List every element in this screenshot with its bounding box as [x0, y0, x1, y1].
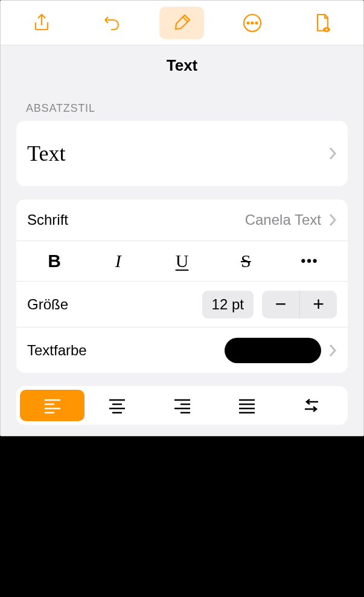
bold-button[interactable]: B	[27, 251, 81, 271]
font-card: Schrift Canela Text B I U S ••• Größe 12…	[16, 199, 348, 373]
size-increase-button[interactable]: +	[299, 291, 337, 318]
font-label: Schrift	[27, 211, 68, 228]
alignment-card	[16, 386, 348, 425]
text-color-swatch[interactable]	[225, 338, 321, 363]
size-label: Größe	[27, 296, 68, 313]
chevron-right-icon	[328, 213, 337, 227]
share-button[interactable]	[19, 7, 64, 39]
chevron-right-icon	[328, 147, 337, 160]
toolbar	[1, 1, 363, 45]
size-row: Größe 12 pt − +	[16, 281, 348, 327]
format-button[interactable]	[159, 7, 204, 39]
underline-button[interactable]: U	[155, 251, 209, 271]
format-strip: B I U S •••	[16, 240, 348, 281]
section-label-paragraph-style: ABSATZSTIL	[26, 102, 348, 115]
paragraph-style-name: Text	[27, 141, 65, 166]
strikethrough-button[interactable]: S	[219, 251, 273, 271]
paragraph-style-row[interactable]: Text	[16, 121, 348, 186]
font-value: Canela Text	[245, 211, 321, 228]
document-button[interactable]	[300, 7, 345, 39]
svg-point-2	[251, 22, 253, 24]
size-stepper: − +	[262, 291, 337, 318]
text-direction-button[interactable]	[279, 390, 344, 421]
size-decrease-button[interactable]: −	[262, 291, 299, 318]
chevron-right-icon	[328, 344, 337, 357]
size-value[interactable]: 12 pt	[202, 291, 254, 318]
align-right-button[interactable]	[150, 390, 214, 421]
undo-button[interactable]	[89, 7, 134, 39]
font-row[interactable]: Schrift Canela Text	[16, 199, 348, 240]
panel-title: Text	[1, 45, 363, 85]
text-color-row[interactable]: Textfarbe	[16, 327, 348, 373]
callout-line	[307, 438, 307, 571]
more-formatting-button[interactable]: •••	[283, 253, 337, 269]
more-button[interactable]	[230, 7, 275, 39]
svg-point-5	[325, 28, 327, 30]
svg-point-3	[255, 22, 257, 24]
svg-point-1	[247, 22, 249, 24]
align-left-button[interactable]	[20, 390, 85, 421]
text-color-label: Textfarbe	[27, 342, 87, 359]
align-center-button[interactable]	[85, 390, 149, 421]
italic-button[interactable]: I	[91, 251, 145, 271]
align-justify-button[interactable]	[214, 390, 279, 421]
